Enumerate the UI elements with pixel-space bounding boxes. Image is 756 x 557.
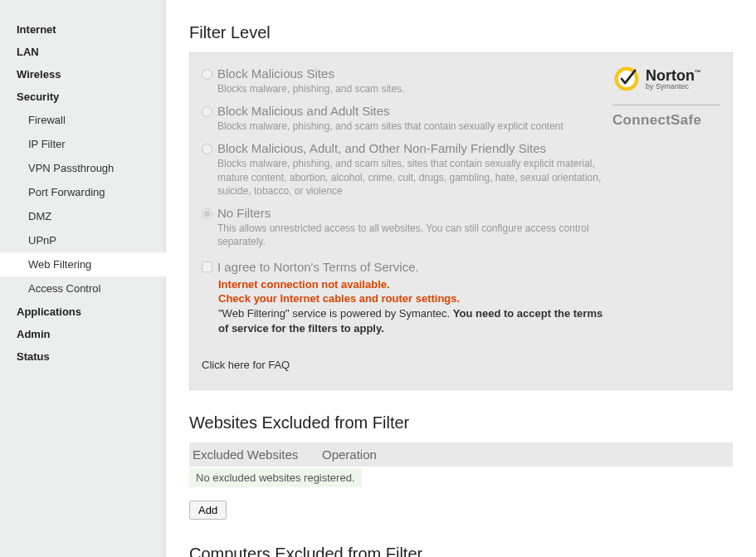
filter-option-desc-0: Blocks malware, phishing, and scam sites… xyxy=(217,82,607,95)
error-check-cables: Check your Internet cables and router se… xyxy=(218,292,607,306)
excluded-websites-col1: Excluded Websites xyxy=(193,447,314,462)
excluded-websites-col2: Operation xyxy=(322,447,729,462)
filter-option-block-malicious[interactable]: Block Malicious Sites xyxy=(202,66,334,81)
error-no-internet: Internet connection not available. xyxy=(218,278,607,292)
powered-by-text: "Web Filtering" service is powered by Sy… xyxy=(218,306,607,335)
add-excluded-website-button[interactable]: Add xyxy=(189,501,227,520)
norton-check-icon xyxy=(612,65,641,93)
filter-radio-2[interactable] xyxy=(202,144,212,154)
sidebar-item-applications[interactable]: Applications xyxy=(0,300,166,323)
filter-option-desc-1: Blocks malware, phishing, and scam sites… xyxy=(217,120,607,133)
sidebar-sub-port-forwarding[interactable]: Port Forwarding xyxy=(0,180,166,204)
filter-radio-0[interactable] xyxy=(202,69,212,80)
sidebar-sub-firewall[interactable]: Firewall xyxy=(0,108,166,132)
filter-level-heading: Filter Level xyxy=(189,23,733,42)
filter-option-block-nonfamily[interactable]: Block Malicious, Adult, and Other Non-Fa… xyxy=(202,141,546,155)
logo-divider xyxy=(612,105,720,105)
norton-logo: Norton™ by Symantec xyxy=(612,65,720,93)
sidebar-item-wireless[interactable]: Wireless xyxy=(0,63,166,86)
sidebar-sub-dmz[interactable]: DMZ xyxy=(0,204,166,228)
sidebar: Internet LAN Wireless Security Firewall … xyxy=(0,0,166,557)
sidebar-item-admin[interactable]: Admin xyxy=(0,323,166,345)
agree-terms-checkbox[interactable] xyxy=(202,261,212,272)
norton-logo-area: Norton™ by Symantec ConnectSafe xyxy=(612,65,720,129)
sidebar-sub-vpn-passthrough[interactable]: VPN Passthrough xyxy=(0,156,166,180)
agree-terms-row[interactable]: I agree to Norton's Terms of Service. xyxy=(202,260,419,274)
sidebar-item-status[interactable]: Status xyxy=(0,345,166,368)
norton-wordmark: Norton™ by Symantec xyxy=(646,68,701,90)
excluded-websites-empty: No excluded websites registered. xyxy=(189,468,362,487)
filter-option-no-filters[interactable]: No Filters xyxy=(202,206,271,220)
sidebar-sub-web-filtering[interactable]: Web Filtering xyxy=(0,252,167,276)
sidebar-item-internet[interactable]: Internet xyxy=(0,18,166,41)
excluded-websites-heading: Websites Excluded from Filter xyxy=(189,413,733,432)
filter-radio-1[interactable] xyxy=(202,106,212,117)
sidebar-item-security[interactable]: Security xyxy=(0,86,166,108)
connectsafe-label: ConnectSafe xyxy=(612,112,720,129)
filter-option-desc-3: This allows unrestricted access to all w… xyxy=(217,222,607,248)
filter-option-block-adult[interactable]: Block Malicious and Adult Sites xyxy=(202,104,390,118)
faq-link[interactable]: Click here for FAQ xyxy=(202,359,607,371)
filter-level-panel: Norton™ by Symantec ConnectSafe Block Ma… xyxy=(189,52,733,390)
main-content: Filter Level Norton™ by Symantec Connect… xyxy=(166,0,756,557)
excluded-websites-header-row: Excluded Websites Operation xyxy=(189,442,733,467)
filter-radio-3[interactable] xyxy=(202,208,212,219)
sidebar-sub-ip-filter[interactable]: IP Filter xyxy=(0,132,166,156)
excluded-websites-table: Excluded Websites Operation No excluded … xyxy=(189,442,733,487)
filter-option-desc-2: Blocks malware, phishing, and scam sites… xyxy=(217,157,607,198)
sidebar-sub-upnp[interactable]: UPnP xyxy=(0,228,166,252)
excluded-computers-heading: Computers Excluded from Filter xyxy=(189,545,733,557)
sidebar-item-lan[interactable]: LAN xyxy=(0,41,166,63)
sidebar-sub-access-control[interactable]: Access Control xyxy=(0,276,166,300)
